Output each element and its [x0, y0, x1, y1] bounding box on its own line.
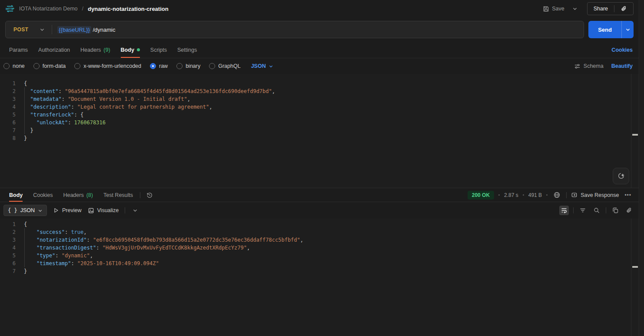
code-content[interactable]: "transferLock": { — [24, 111, 83, 119]
response-format-select[interactable]: { } JSON — [3, 205, 47, 216]
body-type-radio-none[interactable]: none — [3, 63, 25, 69]
code-content[interactable]: } — [24, 126, 33, 134]
tab-authorization[interactable]: Authorization — [33, 42, 75, 58]
line-number: 4 — [0, 103, 16, 111]
cookies-link[interactable]: Cookies — [611, 47, 633, 53]
body-type-radio-graphql[interactable]: GraphQL — [209, 63, 240, 69]
right-sidebar-rail[interactable] — [639, 0, 644, 336]
filter-button[interactable] — [578, 206, 588, 215]
response-size[interactable]: 491 B — [528, 192, 542, 198]
code-line: 1{ — [0, 220, 639, 228]
request-body-editor[interactable]: 1{2 "content": "96a5447815a0bf0e7efa6684… — [0, 74, 639, 188]
code-content[interactable]: "content": "96a5447815a0bf0e7efa66845f4d… — [24, 87, 275, 95]
wrap-text-button[interactable] — [559, 206, 569, 215]
chevron-down-icon — [133, 208, 138, 213]
line-number: 6 — [0, 119, 16, 126]
line-number: 5 — [0, 111, 16, 119]
request-body-code[interactable]: 1{2 "content": "96a5447815a0bf0e7efa6684… — [0, 80, 639, 142]
request-scrollbar-thumb[interactable] — [632, 134, 638, 136]
code-content[interactable]: "description": "Legal contract for partn… — [24, 103, 212, 111]
copy-button[interactable] — [611, 206, 620, 215]
breadcrumb-collection[interactable]: IOTA Notarization Demo — [19, 6, 78, 12]
save-response-label: Save Response — [581, 192, 619, 198]
response-time[interactable]: 2.87 s — [504, 192, 518, 198]
code-line[interactable]: 1{ — [0, 80, 639, 87]
tab-params[interactable]: Params — [4, 42, 33, 58]
response-tab-body[interactable]: Body — [4, 188, 28, 202]
history-clock-icon — [146, 192, 153, 199]
chevron-down-icon — [40, 27, 45, 32]
response-toolbar-right — [559, 206, 634, 215]
tab-settings[interactable]: Settings — [172, 42, 202, 58]
copy-link-response-button[interactable] — [624, 206, 634, 215]
response-tab-test-results[interactable]: Test Results — [98, 188, 138, 202]
save-button[interactable]: Save — [540, 3, 567, 15]
chevron-down-icon — [38, 208, 43, 213]
body-type-radio-x-www-form-urlencoded[interactable]: x-www-form-urlencoded — [74, 63, 141, 69]
copy-link-button[interactable] — [614, 3, 633, 15]
chevron-down-icon — [625, 27, 631, 32]
request-url-row: POST {{baseURL}} /dynamic Send — [0, 17, 639, 42]
code-line[interactable]: 6 "unlockAt": 1760678316 — [0, 119, 639, 126]
visualize-button[interactable]: Visualize — [88, 207, 119, 214]
code-line[interactable]: 3 "metadata": "Document Version 1.0 - In… — [0, 95, 639, 103]
tab-headers[interactable]: Headers(9) — [75, 42, 116, 58]
svg-text:HTTP: HTTP — [6, 7, 14, 11]
preview-button[interactable]: Preview — [53, 207, 81, 213]
status-badge[interactable]: 200 OK — [468, 191, 494, 200]
body-type-radio-form-data[interactable]: form-data — [33, 63, 66, 69]
code-content[interactable]: } — [24, 134, 27, 142]
play-outline-icon — [53, 207, 59, 213]
code-line[interactable]: 2 "content": "96a5447815a0bf0e7efa66845f… — [0, 87, 639, 95]
code-content[interactable]: { — [24, 80, 27, 87]
method-select[interactable]: POST — [6, 21, 52, 38]
raw-language-select[interactable]: JSON — [251, 63, 273, 69]
url-input[interactable]: {{baseURL}} /dynamic — [52, 21, 584, 38]
wrap-text-icon — [561, 207, 568, 214]
postbot-button[interactable] — [613, 168, 629, 184]
save-response-button[interactable]: Save Response — [571, 192, 619, 198]
body-type-radio-binary[interactable]: binary — [176, 63, 200, 69]
url-box: POST {{baseURL}} /dynamic — [5, 21, 584, 38]
breadcrumb-separator: / — [82, 6, 83, 12]
tab-scripts[interactable]: Scripts — [145, 42, 172, 58]
send-button[interactable]: Send — [588, 21, 621, 38]
breadcrumb-request-name[interactable]: dynamic-notarization-creation — [88, 6, 169, 12]
response-tab-headers[interactable]: Headers(8) — [58, 188, 98, 202]
send-options-chevron[interactable] — [621, 21, 634, 38]
indent-guide — [24, 228, 25, 267]
meta-divider — [566, 192, 567, 198]
sliders-icon — [574, 63, 581, 70]
radio-label: x-www-form-urlencoded — [83, 63, 141, 69]
more-options-button[interactable]: ••• — [623, 191, 633, 200]
chevron-down-icon — [572, 6, 578, 11]
schema-button[interactable]: Schema — [574, 63, 604, 70]
beautify-button[interactable]: Beautify — [611, 63, 633, 69]
radio-icon — [33, 63, 40, 69]
code-content[interactable]: "metadata": "Document Version 1.0 - Init… — [24, 95, 190, 103]
radio-icon — [176, 63, 183, 69]
line-number: 1 — [0, 80, 16, 87]
code-line[interactable]: 5 "transferLock": { — [0, 111, 639, 119]
search-button[interactable] — [592, 206, 601, 215]
save-button-label: Save — [552, 6, 564, 12]
meta-separator-dot — [546, 194, 548, 196]
line-number: 7 — [0, 126, 16, 134]
code-line[interactable]: 7 } — [0, 126, 639, 134]
tab-body[interactable]: Body — [116, 42, 145, 58]
history-button[interactable] — [145, 190, 154, 200]
save-options-chevron[interactable] — [570, 3, 580, 14]
code-line[interactable]: 4 "description": "Legal contract for par… — [0, 103, 639, 111]
network-info-button[interactable] — [552, 190, 562, 200]
code-content[interactable]: "unlockAt": 1760678316 — [24, 119, 106, 126]
line-number: 1 — [0, 220, 16, 228]
share-button[interactable]: Share — [588, 3, 614, 15]
code-line: 2 "success": true, — [0, 228, 639, 236]
response-header: Body Cookies Headers(8) Test Results — [0, 188, 639, 202]
save-response-icon — [571, 192, 578, 198]
body-type-radio-raw[interactable]: raw — [150, 63, 168, 69]
code-line[interactable]: 8} — [0, 134, 639, 142]
response-scrollbar-thumb[interactable] — [632, 266, 638, 268]
response-tab-cookies[interactable]: Cookies — [28, 188, 58, 202]
visualize-options-chevron[interactable] — [131, 206, 139, 214]
